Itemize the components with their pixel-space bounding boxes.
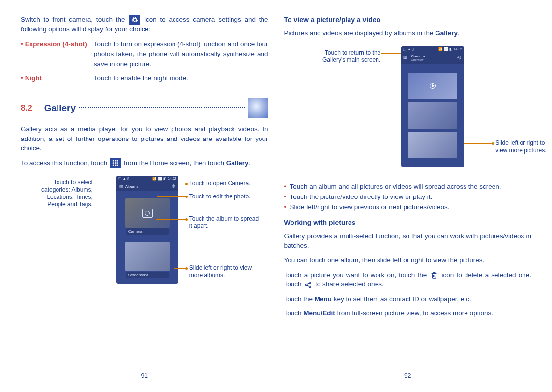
paragraph-delete-share: Touch a picture you want to work on, tou… xyxy=(284,270,532,289)
svg-rect-7 xyxy=(115,165,116,166)
heading-working-pictures: Working with pictures xyxy=(284,218,532,227)
phone-mock-gridview: ⬚ ▲ ▯ 📶 📊 ◧ 14:35 ▥ Camera Grid view ◎ xyxy=(401,46,464,167)
callout-slide-pictures: Slide left or right to view more picture… xyxy=(495,140,552,154)
status-left: ⬚ ▲ ▯ xyxy=(403,47,414,51)
bullet: • xyxy=(21,73,23,83)
text: Touch the xyxy=(284,295,315,303)
feature-desc: Touch to enable the night mode. xyxy=(94,73,268,83)
svg-rect-5 xyxy=(117,162,118,164)
status-time: 14:35 xyxy=(454,47,463,51)
text: Touch a picture you want to work on, tou… xyxy=(284,271,430,279)
phone-statusbar: ⬚ ▲ ▯ 📶 📊 ◧ 14:22 xyxy=(116,176,178,182)
topbar-title: Albums xyxy=(125,184,139,189)
feature-night: • Night Touch to enable the night mode. xyxy=(21,73,268,83)
share-icon xyxy=(304,281,312,289)
trash-icon xyxy=(430,271,438,279)
svg-rect-3 xyxy=(113,162,114,164)
feature-expression: • Expression (4-shot) Touch to turn on e… xyxy=(21,39,268,69)
status-left: ⬚ ▲ ▯ xyxy=(118,177,129,181)
back-icon: ▥ xyxy=(403,55,407,59)
figure-gridview: Touch to return to the Gallery's main sc… xyxy=(292,46,523,174)
feature-name: Night xyxy=(25,73,94,83)
svg-rect-6 xyxy=(113,165,114,166)
svg-rect-4 xyxy=(115,162,116,164)
menu-word: Menu xyxy=(315,295,332,303)
section-title: Gallery xyxy=(44,103,76,113)
callout-edit-photo: Touch to edit the photo. xyxy=(189,193,268,200)
gallery-word: Gallery xyxy=(435,29,458,37)
text: key to set them as contact ID or wallpap… xyxy=(332,295,471,303)
lead-line xyxy=(156,219,187,220)
topbar-subtitle: Grid view xyxy=(411,58,423,61)
svg-rect-1 xyxy=(115,160,116,162)
phone-mock-albums: ⬚ ▲ ▯ 📶 📊 ◧ 14:22 ▥ Albums ◎ Camera Scre… xyxy=(116,176,178,284)
bullet-list: Touch an album and all pictures or video… xyxy=(284,182,532,213)
album-label: Camera xyxy=(126,228,169,235)
list-item: Touch the picture/video directly to view… xyxy=(284,192,532,202)
page-number: 92 xyxy=(276,372,540,379)
lead-line xyxy=(464,143,494,144)
page-number: 91 xyxy=(13,372,276,379)
lead-line xyxy=(174,268,187,269)
text: Touch xyxy=(284,309,304,317)
svg-rect-8 xyxy=(117,165,118,166)
callout-select-categories: Touch to select categories: Albums, Loca… xyxy=(29,179,93,208)
paragraph: Gallery provides a multi-select function… xyxy=(284,231,532,251)
svg-rect-2 xyxy=(117,160,118,162)
text: Switch to front camera, touch the xyxy=(21,16,128,23)
figure-albums: Touch to select categories: Albums, Loca… xyxy=(29,176,260,289)
svg-rect-0 xyxy=(113,160,114,162)
gallery-word: Gallery xyxy=(226,159,249,167)
text: . xyxy=(249,159,251,167)
phone-topbar: ▥ Albums ◎ xyxy=(116,182,178,191)
camera-intro: Switch to front camera, touch the icon t… xyxy=(21,15,268,34)
album-tile-camera: Camera xyxy=(125,198,170,228)
grid-thumb xyxy=(408,102,457,129)
text: To access this function, touch xyxy=(21,159,109,167)
page-left: Switch to front camera, touch the icon t… xyxy=(13,15,276,382)
album-label: Screenshot xyxy=(126,272,169,278)
lead-line xyxy=(381,53,401,54)
paragraph: You can touch one album, then slide left… xyxy=(284,255,532,265)
access-paragraph: To access this function, touch from the … xyxy=(21,158,268,168)
callout-return-gallery: Touch to return to the Gallery's main sc… xyxy=(307,49,380,64)
lead-line xyxy=(174,184,187,184)
album-tile-screenshot: Screenshot xyxy=(125,242,170,271)
heading-view-picture: To view a picture/play a video xyxy=(284,15,532,25)
feature-desc: Touch to turn on expression (4-shot) fun… xyxy=(94,39,268,69)
list-item: Slide left/right to view previous or nex… xyxy=(284,202,532,213)
apps-grid-icon xyxy=(110,158,121,168)
callout-slide-albums: Slide left or right to view more albums. xyxy=(189,264,263,279)
section-number: 8.2 xyxy=(21,103,32,113)
text: from full-screen picture view, to access… xyxy=(335,309,493,317)
text: Pictures and videos are displayed by alb… xyxy=(284,29,436,37)
status-signal: 📶 📊 ◧ xyxy=(438,47,453,51)
phone-topbar: ▥ Camera Grid view ◎ xyxy=(401,52,464,64)
section-thumb-icon xyxy=(248,98,268,118)
settings-icon xyxy=(129,15,140,25)
paragraph-menu-edit: Touch Menu\Edit from full-screen picture… xyxy=(284,308,532,318)
callout-spread-album: Touch the album to spread it apart. xyxy=(189,215,263,230)
lead-line xyxy=(94,184,116,184)
gallery-paragraph: Gallery acts as a media player for you t… xyxy=(21,124,268,153)
status-signal: 📶 📊 ◧ xyxy=(152,177,167,180)
camera-overlay-icon xyxy=(142,209,153,218)
drawer-icon: ▥ xyxy=(119,184,123,189)
status-time: 14:22 xyxy=(168,177,176,180)
section-heading: 8.2 Gallery xyxy=(21,98,268,118)
list-item: Touch an album and all pictures or video… xyxy=(284,182,532,192)
menu-edit-word: Menu\Edit xyxy=(303,309,335,317)
topbar-title: Camera xyxy=(411,54,425,58)
grid-thumb xyxy=(408,132,457,158)
intro-paragraph: Pictures and videos are displayed by alb… xyxy=(284,28,532,38)
lead-line xyxy=(157,196,187,197)
phone-statusbar: ⬚ ▲ ▯ 📶 📊 ◧ 14:35 xyxy=(401,46,464,52)
text: from the Home screen, then touch xyxy=(124,159,226,167)
text: to share selected ones. xyxy=(315,280,384,288)
page-right: To view a picture/play a video Pictures … xyxy=(276,15,540,382)
play-icon xyxy=(430,83,436,89)
feature-name: Expression (4-shot) xyxy=(25,39,94,69)
callout-open-camera: Touch to open Camera. xyxy=(189,180,263,187)
paragraph-menu: Touch the Menu key to set them as contac… xyxy=(284,294,532,304)
camera-icon: ◎ xyxy=(457,55,461,60)
